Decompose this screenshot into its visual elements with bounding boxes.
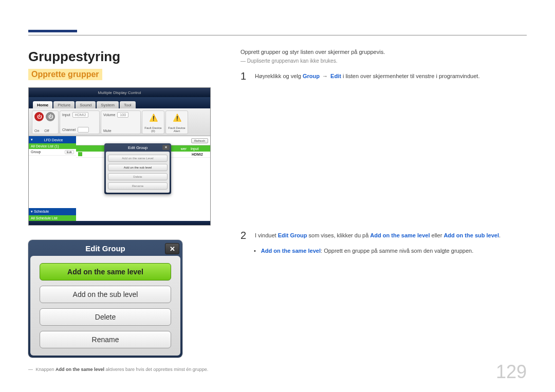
bullet-1: • Add on the same level: Opprett en grup…: [254, 248, 527, 254]
side-lfd-label: LFD Device: [44, 138, 63, 142]
section-accent-bar: [28, 30, 77, 32]
dialog-title-row: Edit Group ✕: [106, 145, 170, 152]
mdc-screenshot: Multiple Display Control Home Picture So…: [28, 87, 211, 226]
side-all-schedule[interactable]: All Schedule List: [29, 215, 76, 221]
opt-rename[interactable]: Rename: [108, 182, 168, 190]
eg-title: Edit Group: [85, 244, 125, 253]
btn-rename[interactable]: Rename: [40, 331, 171, 348]
intro-note: ― Dupliserte gruppenavn kan ikke brukes.: [240, 58, 527, 64]
step-2-block: 2 I vinduet Edit Group som vises, klikke…: [240, 230, 527, 254]
footnote-text1: Knappen: [36, 367, 56, 372]
check-icon: [78, 152, 82, 156]
kw-add-same-bullet: Add on the same level: [261, 248, 321, 254]
heading-2: Opprette grupper: [28, 69, 102, 80]
step-1-number: 1: [240, 71, 249, 81]
kw-add-same: Add on the same level: [370, 232, 430, 238]
mdc-tabs: Home Picture Sound System Tool: [29, 97, 210, 108]
close-icon[interactable]: ✕: [162, 145, 170, 150]
side-schedule-header[interactable]: ▾ Schedule: [29, 208, 76, 215]
top-rule: [28, 35, 527, 35]
side-lfd-header[interactable]: ▾ LFD Device: [29, 136, 76, 143]
btn-add-same-level[interactable]: Add on the same level: [40, 263, 171, 281]
side-spacer: [29, 156, 76, 208]
kw-edit: Edit: [330, 73, 341, 79]
btn-delete[interactable]: Delete: [40, 308, 171, 326]
dialog-body: Add on the same Level Add on the sub lev…: [106, 152, 170, 193]
page-number: 129: [496, 361, 527, 383]
volume-label: Volume: [103, 113, 115, 117]
col-input: Input: [189, 147, 209, 151]
side-all-device[interactable]: All Device List (1): [29, 143, 76, 149]
fault-alert-group: ⚠️ Fault Device Alert: [165, 110, 188, 134]
note-prefix: ―: [240, 58, 246, 64]
volume-value[interactable]: 100: [117, 112, 128, 118]
step-1-text: Høyreklikk og velg Group → Edit i listen…: [255, 71, 527, 79]
edit-group-dialog-small: Edit Group ✕ Add on the same Level Add o…: [104, 143, 171, 194]
input-select[interactable]: HDMI2: [72, 112, 89, 118]
fault-alert-label: Fault Device Alert: [168, 126, 186, 133]
step-2: 2 I vinduet Edit Group som vises, klikke…: [240, 230, 527, 240]
step-1: 1 Høyreklikk og velg Group → Edit i list…: [240, 71, 527, 81]
side-group-label: Group: [31, 150, 41, 154]
tab-picture[interactable]: Picture: [53, 101, 75, 108]
footnote-bold: Add on the same level: [55, 367, 104, 372]
step-2-number: 2: [240, 230, 249, 240]
chevron-down-icon: ▾: [31, 138, 33, 142]
kw-group: Group: [303, 73, 320, 79]
footnote: ― Knappen Add on the same level aktivere…: [28, 367, 216, 372]
power-off-label: Off: [44, 129, 49, 133]
intro-text: Opprett grupper og styr listen over skje…: [240, 49, 527, 55]
power-group: ⏻ ⏻ On Off: [32, 110, 59, 134]
close-icon[interactable]: ✕: [165, 243, 179, 254]
eg-body: Add on the same level Add on the sub lev…: [30, 256, 180, 356]
input-group: Input HDMI2 Channel: [60, 110, 100, 134]
warning-icon: ⚠️: [171, 112, 182, 123]
step-2-text: I vinduet Edit Group som vises, klikker …: [255, 230, 527, 238]
input-label: Input: [62, 113, 70, 117]
tab-system[interactable]: System: [97, 101, 119, 108]
heading-1: Gruppestyring: [28, 49, 216, 65]
opt-sub-level[interactable]: Add on the sub level: [108, 164, 168, 171]
left-column: Gruppestyring Opprette grupper Multiple …: [28, 49, 216, 372]
bullet-icon: •: [254, 248, 256, 254]
bullet-text: Add on the same level: Opprett en gruppe…: [261, 248, 473, 254]
dialog-title: Edit Group: [128, 145, 147, 150]
tab-tool[interactable]: Tool: [120, 101, 136, 108]
mdc-window-title: Multiple Display Control: [29, 88, 210, 97]
kw-add-sub: Add on the sub level: [443, 232, 499, 238]
mdc-toolbar: ⏻ ⏻ On Off Input HDMI2 Channel: [29, 108, 210, 136]
right-column: Opprett grupper og styr listen over skje…: [240, 49, 527, 372]
col-power: wer: [179, 147, 189, 151]
opt-delete[interactable]: Delete: [108, 173, 168, 180]
edit-group-dialog-large: Edit Group ✕ Add on the same level Add o…: [28, 240, 182, 358]
mute-label: Mute: [103, 129, 112, 133]
side-group-row: Group Edit: [29, 149, 76, 156]
btn-add-sub-level[interactable]: Add on the sub level: [40, 286, 171, 303]
tab-sound[interactable]: Sound: [76, 101, 96, 108]
fault-device-group: ⚠️ Fault Device (0): [142, 110, 164, 134]
channel-select[interactable]: [78, 127, 89, 133]
kw-edit-group: Edit Group: [278, 232, 307, 238]
power-off-icon[interactable]: ⏻: [46, 112, 55, 121]
note-text: Dupliserte gruppenavn kan ikke brukes.: [247, 58, 338, 64]
mdc-body: ▾ LFD Device All Device List (1) Group E…: [29, 136, 210, 221]
side-edit-btn[interactable]: Edit: [65, 150, 74, 154]
mdc-sidebar: ▾ LFD Device All Device List (1) Group E…: [29, 136, 76, 221]
opt-same-level[interactable]: Add on the same Level: [108, 155, 168, 162]
power-on-icon[interactable]: ⏻: [34, 112, 44, 121]
page-content: Gruppestyring Opprette grupper Multiple …: [28, 49, 527, 372]
footnote-dash: ―: [28, 367, 33, 372]
fault-device-label: Fault Device (0): [144, 126, 162, 133]
chevron-down-icon: ▾: [31, 210, 33, 213]
warning-icon: ⚠️: [147, 112, 159, 123]
mdc-main-panel: Refresh wer Input HDMI2: [76, 136, 210, 221]
footnote-text2: aktiveres bare hvis det opprettes minst …: [104, 367, 208, 372]
tab-home[interactable]: Home: [33, 101, 52, 108]
power-on-label: On: [34, 129, 39, 133]
refresh-button[interactable]: Refresh: [191, 138, 208, 143]
volume-group: Volume 100 Mute: [101, 110, 141, 134]
eg-title-row: Edit Group ✕: [30, 242, 180, 256]
mdc-footer: [29, 221, 210, 225]
channel-label: Channel: [62, 128, 76, 132]
row-input: HDMI2: [190, 153, 210, 156]
